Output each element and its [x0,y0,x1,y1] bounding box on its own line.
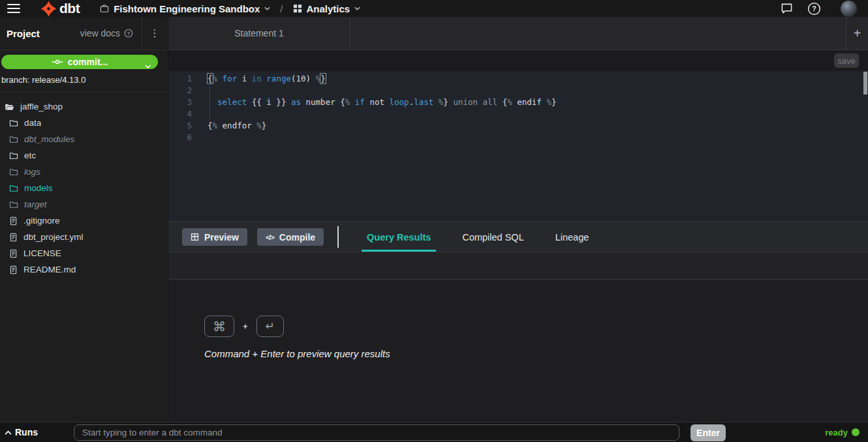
code-line-3[interactable]: select {{ i }} as number {% if not loop.… [208,96,557,108]
briefcase-icon [100,4,109,13]
tree-item-dbt-project-yml[interactable]: dbt_project.yml [0,229,168,245]
chevron-down-icon [354,7,360,10]
line-number: 4 [168,108,192,120]
tab-label: Query Results [367,232,431,243]
new-tab-button[interactable]: + [846,17,868,50]
tab-label: Lineage [555,232,589,243]
tree-item-readme-md[interactable]: README.md [0,261,168,278]
tree-item-license[interactable]: LICENSE [0,245,168,261]
hamburger-menu-icon[interactable] [7,4,20,13]
code-line-2[interactable] [208,85,557,96]
editor-area: Statement 1 + save 123456 {% for i in ra… [168,17,868,422]
line-number: 3 [168,96,192,108]
folder-icon [9,168,18,177]
enter-button[interactable]: Enter [690,424,726,441]
results-content: ⌘ + ↵ Command + Enter to preview query r… [168,280,868,422]
help-icon[interactable]: ? [807,2,821,16]
plus-icon: + [854,26,861,41]
dbt-logo[interactable]: dbt [40,1,80,17]
code-line-5[interactable]: {% endfor %} [208,120,557,132]
file-tree: jaffle_shopdatadbt_modulesetclogsmodelst… [0,92,168,278]
preview-button[interactable]: Preview [182,228,247,246]
line-number: 2 [168,85,192,96]
preview-hint-text: Command + Enter to preview query results [204,348,868,359]
return-key-icon: ↵ [256,316,284,337]
tree-item-models[interactable]: models [0,180,168,196]
chevron-up-icon [5,430,12,435]
code-brackets-icon: </> [266,233,274,241]
tree-item-label: dbt_project.yml [23,232,84,242]
results-tabs: Query ResultsCompiled SQLLineage [365,222,590,252]
file-icon [9,233,18,242]
tree-item-logs[interactable]: logs [0,164,168,180]
file-explorer-sidebar: Project view docs ? ⋮ commit... [0,17,168,422]
tab-compiled-sql[interactable]: Compiled SQL [461,222,525,252]
editor-scrollbar[interactable] [863,72,867,95]
sidebar-header: Project view docs ? ⋮ [0,17,168,50]
branch-label: branch: release/4.13.0 [0,69,168,85]
tab-lineage[interactable]: Lineage [554,222,591,252]
tree-item-data[interactable]: data [0,115,168,131]
tree-item-label: logs [24,167,40,177]
code-editor[interactable]: 123456 {% for i in range(10) %} select {… [168,71,868,222]
results-subheader [168,252,868,280]
file-icon [9,249,18,258]
git-commit-icon [52,59,63,65]
view-docs-button[interactable]: view docs ? [80,28,142,38]
tab-label: Compiled SQL [462,232,523,243]
runs-toggle[interactable]: Runs [5,427,38,437]
grid-icon [293,4,302,13]
tree-item-gitignore[interactable]: .gitignore [0,213,168,229]
tree-item-label: models [24,183,53,193]
active-tab-underline [362,250,436,252]
folder-open-icon [5,102,14,111]
line-number-gutter: 123456 [168,73,192,222]
tree-item-dbt-modules[interactable]: dbt_modules [0,131,168,147]
indent-guide [209,86,210,121]
top-bar: dbt Fishtown Engineering Sandbox / Analy… [0,0,868,17]
tree-item-label: LICENSE [23,248,61,258]
code-line-4[interactable] [208,108,557,120]
tree-item-jaffle-shop[interactable]: jaffle_shop [0,98,168,115]
compile-button[interactable]: </> Compile [257,228,324,246]
dbt-command-input[interactable] [74,424,679,441]
avatar[interactable] [841,1,857,17]
code-line-6[interactable] [208,132,557,143]
folder-icon [9,184,18,193]
dbt-wordmark: dbt [59,1,80,16]
tree-item-label: README.md [23,265,76,274]
project-switcher[interactable]: Analytics [293,3,361,14]
plus-separator: + [243,321,248,331]
dbt-logo-icon [40,1,57,17]
chat-icon[interactable] [781,3,793,14]
tree-item-label: target [24,199,47,209]
code-pane[interactable]: {% for i in range(10) %} select {{ i }} … [208,73,557,222]
sidebar-kebab-menu[interactable]: ⋮ [142,17,168,50]
account-switcher[interactable]: Fishtown Engineering Sandbox [100,3,270,14]
tab-query-results[interactable]: Query Results [365,222,432,252]
file-icon [9,265,18,274]
tree-item-label: jaffle_shop [20,102,63,111]
tree-item-target[interactable]: target [0,196,168,213]
commit-button[interactable]: commit... [1,55,158,69]
tree-item-label: etc [24,151,36,160]
tree-item-label: data [24,118,41,128]
tab-statement-1[interactable]: Statement 1 [168,17,350,50]
status-dot-icon [852,428,860,436]
save-button[interactable]: save [834,53,859,68]
line-number: 1 [168,73,192,85]
status-text: ready [825,428,848,437]
editor-tab-bar: Statement 1 + [168,17,868,50]
svg-text:?: ? [127,31,131,37]
status-indicator: ready [825,428,860,437]
tree-item-etc[interactable]: etc [0,147,168,164]
breadcrumb-separator: / [280,3,283,14]
chevron-down-icon [264,7,270,10]
folder-icon [9,119,18,128]
folder-icon [9,151,18,160]
project-switcher-label: Analytics [307,3,350,14]
chevron-down-icon [145,60,151,70]
tree-item-label: dbt_modules [24,134,74,144]
code-line-1[interactable]: {% for i in range(10) %} [208,73,557,85]
project-title: Project [0,28,40,39]
